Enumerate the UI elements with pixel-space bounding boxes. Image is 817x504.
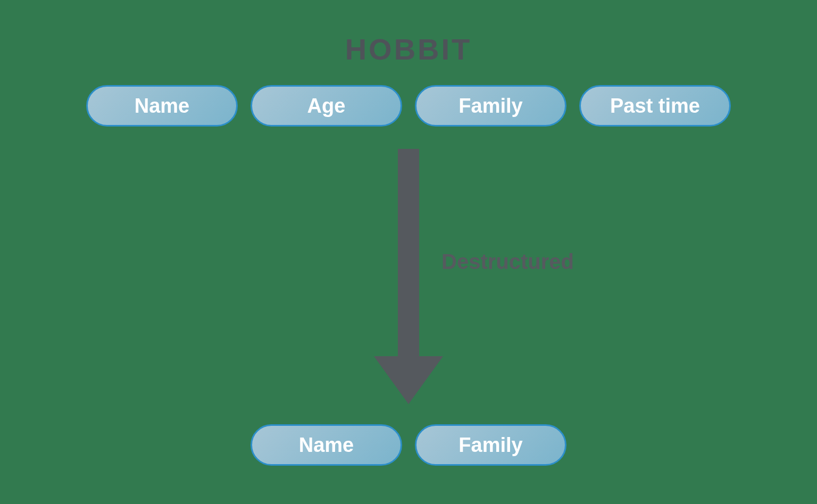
arrow-label: Destructured (441, 250, 574, 274)
source-pill-name: Name (86, 85, 238, 127)
down-arrow-icon (366, 149, 451, 404)
result-pill-family: Family (415, 424, 566, 466)
source-row: Name Age Family Past time (0, 85, 817, 127)
result-pill-name: Name (251, 424, 402, 466)
diagram-title: HOBBIT (0, 32, 817, 66)
source-pill-age: Age (251, 85, 402, 127)
result-row: Name Family (0, 424, 817, 466)
arrow-container (0, 149, 817, 404)
source-pill-family: Family (415, 85, 566, 127)
source-pill-pasttime: Past time (579, 85, 731, 127)
svg-marker-0 (374, 149, 443, 404)
